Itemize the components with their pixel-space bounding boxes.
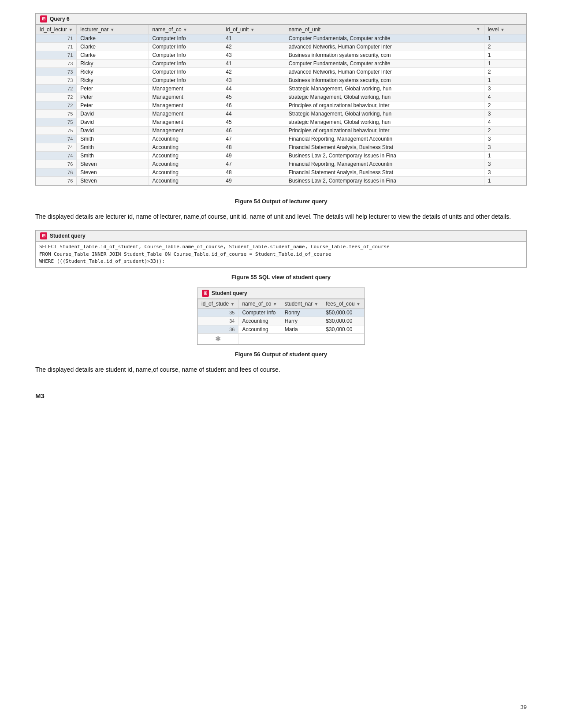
table-row: Accounting — [238, 317, 281, 325]
page-number: 39 — [521, 704, 527, 710]
table-row: strategic Management, Global working, hu… — [285, 118, 484, 127]
table-row: 1 — [484, 177, 526, 185]
table-row: Computer Fundamentals, Computer archite — [285, 34, 484, 43]
query6-tab[interactable]: ⊞ Query 6 — [36, 14, 526, 25]
table-row: Accounting — [149, 160, 222, 168]
table-row: Clarke — [77, 51, 149, 60]
table-row: 3 — [484, 85, 526, 93]
student-sql-tab[interactable]: ⊞ Student query — [36, 231, 526, 242]
col-id-unit[interactable]: id_of_unit ▼ — [222, 25, 285, 34]
table-row: Computer Fundamentals, Computer archite — [285, 60, 484, 68]
table-row — [281, 333, 322, 344]
table-row: Accounting — [149, 135, 222, 143]
table-row: $30,000.00 — [322, 317, 365, 325]
table-row: advanced Networks, Human Computer Inter — [285, 43, 484, 51]
table-row: 46 — [222, 127, 285, 135]
table-row: Clarke — [77, 34, 149, 43]
table-row: 1 — [484, 34, 526, 43]
scol-student-nar[interactable]: student_nar ▼ — [281, 299, 322, 308]
student-result-tab-icon: ⊞ — [202, 290, 209, 297]
table-row: 71 — [36, 34, 77, 43]
query6-tab-label: Query 6 — [50, 16, 70, 22]
scol-fees-cou[interactable]: fees_of_cou ▼ — [322, 299, 365, 308]
table-row: David — [77, 118, 149, 127]
table-row: 1 — [484, 60, 526, 68]
student-result-tab-label: Student query — [212, 290, 247, 296]
table-row: Accounting — [149, 168, 222, 177]
table-row: Financial Statement Analysis, Business S… — [285, 143, 484, 152]
table-row: Steven — [77, 160, 149, 168]
table-row: 2 — [484, 43, 526, 51]
table-row: Management — [149, 127, 222, 135]
table-row: 75 — [36, 110, 77, 118]
table-row: 74 — [36, 152, 77, 160]
para2-text: The displayed details are student id, na… — [35, 365, 527, 374]
table-row: 76 — [36, 168, 77, 177]
col-id-lectur[interactable]: id_of_lectur ▼ — [36, 25, 77, 34]
table-row: Computer Info — [149, 34, 222, 43]
table-row: 36 — [198, 325, 238, 333]
col-name-unit[interactable]: name_of_unit ▼ — [285, 25, 484, 34]
student-sql-tab-icon: ⊞ — [40, 232, 47, 239]
table-row — [238, 333, 281, 344]
table-row: ✱ — [198, 333, 238, 344]
table-row: Accounting — [238, 325, 281, 333]
table-row: 2 — [484, 101, 526, 110]
col-lecturer-nar[interactable]: lecturer_nar ▼ — [77, 25, 149, 34]
student-sql-tab-label: Student query — [50, 233, 86, 239]
scol-id-stude[interactable]: id_of_stude ▼ — [198, 299, 238, 308]
para1-text: The displayed details are lecturer id, n… — [35, 212, 527, 221]
table-row: 73 — [36, 76, 77, 85]
table-row: advanced Networks, Human Computer Inter — [285, 68, 484, 76]
query6-table: id_of_lectur ▼ lecturer_nar ▼ name_of_co… — [36, 25, 526, 185]
table-row: 46 — [222, 101, 285, 110]
table-row: 3 — [484, 143, 526, 152]
scol-name-co[interactable]: name_of_co ▼ — [238, 299, 281, 308]
table-row: Harry — [281, 317, 322, 325]
table-row: 44 — [222, 110, 285, 118]
student-result-tab[interactable]: ⊞ Student query — [197, 288, 365, 299]
table-row: Peter — [77, 85, 149, 93]
table-row: Accounting — [149, 177, 222, 185]
query6-container: ⊞ Query 6 id_of_lectur ▼ lecturer_nar ▼ … — [35, 13, 527, 186]
table-row: Business Law 2, Contemporary Issues in F… — [285, 152, 484, 160]
table-row: 47 — [222, 160, 285, 168]
table-row: 1 — [484, 76, 526, 85]
table-row: Principles of organizational behaviour, … — [285, 127, 484, 135]
table-row: Steven — [77, 177, 149, 185]
table-row: 74 — [36, 135, 77, 143]
figure55-caption: Figure 55 SQL view of student query — [35, 274, 527, 280]
table-row: Management — [149, 110, 222, 118]
table-row: 42 — [222, 68, 285, 76]
figure56-caption: Figure 56 Output of student query — [35, 351, 527, 358]
col-name-co[interactable]: name_of_co ▼ — [149, 25, 222, 34]
table-row: 74 — [36, 143, 77, 152]
table-row — [322, 333, 365, 344]
table-row: 48 — [222, 143, 285, 152]
table-row: 3 — [484, 160, 526, 168]
table-row: 34 — [198, 317, 238, 325]
table-row: 3 — [484, 110, 526, 118]
student-result-container: ⊞ Student query id_of_stude ▼ name_of_co… — [197, 287, 365, 345]
table-row: 45 — [222, 93, 285, 101]
table-row: Financial Reporting, Management Accounti… — [285, 135, 484, 143]
table-row: Principles of organizational behaviour, … — [285, 101, 484, 110]
table-row: Smith — [77, 135, 149, 143]
table-row: Business Law 2, Contemporary Issues in F… — [285, 177, 484, 185]
table-row: 76 — [36, 160, 77, 168]
table-row: Ricky — [77, 68, 149, 76]
table-row: 71 — [36, 51, 77, 60]
table-row: 1 — [484, 51, 526, 60]
table-row: Peter — [77, 101, 149, 110]
table-row: Maria — [281, 325, 322, 333]
col-level[interactable]: level ▼ — [484, 25, 526, 34]
table-row: Clarke — [77, 43, 149, 51]
table-row: Peter — [77, 93, 149, 101]
table-row: 2 — [484, 127, 526, 135]
table-row: Management — [149, 93, 222, 101]
table-row: 41 — [222, 60, 285, 68]
table-row: strategic Management, Global working, hu… — [285, 93, 484, 101]
table-row: Financial Reporting, Management Accounti… — [285, 160, 484, 168]
table-row: Accounting — [149, 152, 222, 160]
table-row: David — [77, 127, 149, 135]
